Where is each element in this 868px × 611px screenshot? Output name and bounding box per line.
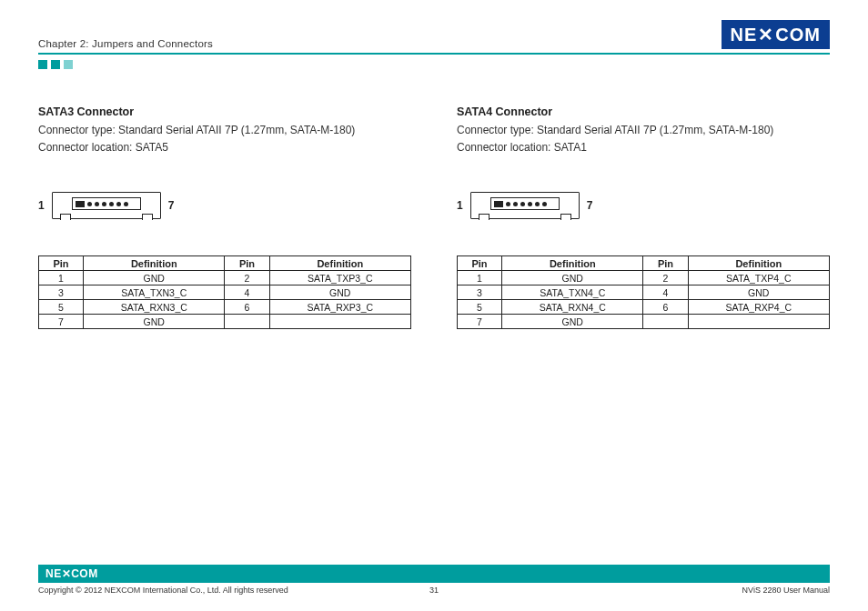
page-header: Chapter 2: Jumpers and Connectors NE✕COM [38,20,830,55]
th-pin: Pin [458,256,502,271]
pin1-label: 1 [457,199,463,212]
sata4-connector-figure: 1 7 [457,192,830,219]
sata3-section: SATA3 Connector Connector type: Standard… [38,105,411,329]
doc-name: NViS 2280 User Manual [742,586,830,595]
sata3-location: Connector location: SATA5 [38,139,411,156]
pin7-label: 7 [168,199,175,212]
sata3-connector-figure: 1 7 [38,192,411,219]
pin1-label: 1 [38,199,45,212]
table-row: 3 SATA_TXN3_C 4 GND [39,285,411,300]
table-header-row: Pin Definition Pin Definition [39,256,411,271]
sata3-type: Connector type: Standard Serial ATAII 7P… [38,122,411,139]
table-row: 5 SATA_RXN3_C 6 SATA_RXP3_C [39,300,411,315]
connector-icon [470,192,580,219]
table-header-row: Pin Definition Pin Definition [458,256,830,271]
th-def: Definition [502,256,643,271]
th-pin: Pin [39,256,84,271]
sata4-title: SATA4 Connector [457,105,830,118]
connector-icon [52,192,161,219]
page-number: 31 [429,586,439,595]
sata4-location: Connector location: SATA1 [457,139,830,156]
sata3-pin-table: Pin Definition Pin Definition 1 GND 2 SA… [38,255,411,329]
table-row: 5 SATA_RXN4_C 6 SATA_RXP4_C [458,300,830,315]
table-row: 7 GND [39,315,411,329]
page-footer: NE✕COM Copyright © 2012 NEXCOM Internati… [38,565,830,595]
chapter-title: Chapter 2: Jumpers and Connectors [38,38,213,51]
table-row: 7 GND [458,315,830,329]
table-row: 3 SATA_TXN4_C 4 GND [458,285,830,300]
sata3-title: SATA3 Connector [38,105,411,118]
sata4-type: Connector type: Standard Serial ATAII 7P… [457,122,830,139]
footer-bar: NE✕COM [38,565,830,583]
decor-squares-icon [38,60,830,69]
th-def: Definition [688,256,829,271]
footer-meta: Copyright © 2012 NEXCOM International Co… [38,586,830,595]
th-pin: Pin [225,256,269,271]
copyright-text: Copyright © 2012 NEXCOM International Co… [38,586,288,595]
table-row: 1 GND 2 SATA_TXP4_C [458,271,830,285]
sata4-pin-table: Pin Definition Pin Definition 1 GND 2 SA… [457,255,830,329]
footer-logo: NE✕COM [45,567,98,580]
nexcom-logo: NE✕COM [722,20,830,49]
th-def: Definition [84,256,225,271]
sata4-section: SATA4 Connector Connector type: Standard… [457,105,830,329]
table-row: 1 GND 2 SATA_TXP3_C [39,271,411,285]
th-pin: Pin [643,256,688,271]
main-content: SATA3 Connector Connector type: Standard… [38,105,830,329]
th-def: Definition [269,256,410,271]
pin7-label: 7 [587,199,593,212]
